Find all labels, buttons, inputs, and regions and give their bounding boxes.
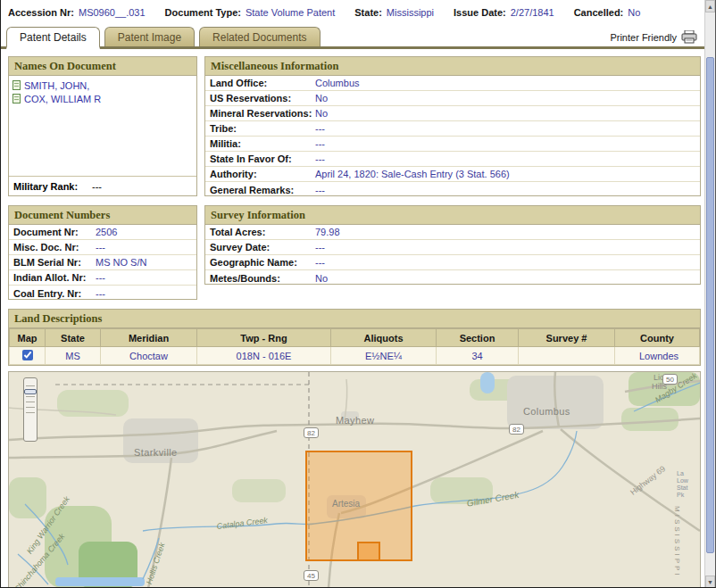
geographic-name-row: Geographic Name:--- — [205, 255, 700, 270]
survey-date-row: Survey Date:--- — [205, 240, 700, 255]
map-checkbox-cell — [10, 347, 46, 365]
field-value: 79.98 — [315, 227, 340, 237]
zoom-tick — [26, 412, 35, 413]
document-nr-row: Document Nr:2506 — [9, 225, 196, 240]
field-value: --- — [315, 138, 325, 149]
field-value: No — [315, 93, 328, 104]
field-value: No — [315, 273, 328, 284]
route-shield-82-west: 82 — [304, 427, 319, 438]
field-value: --- — [315, 242, 325, 253]
field-label: Metes/Bounds: — [210, 273, 315, 284]
tab-related-documents[interactable]: Related Documents — [199, 27, 320, 46]
tab-bar: Patent Details Patent Image Related Docu… — [1, 25, 715, 49]
land-office-row: Land Office:Columbus — [205, 76, 700, 91]
field-value: --- — [315, 123, 325, 134]
field-label: General Remarks: — [210, 185, 315, 195]
patent-details-content: Names On Document SMITH, JOHN, COX, WILL… — [1, 49, 706, 588]
park-line: Pk — [677, 492, 688, 499]
field-label: Total Acres: — [210, 227, 315, 237]
miscellaneous-information-panel: Miscellaneous Information Land Office:Co… — [204, 56, 701, 196]
state-in-favor-row: State In Favor Of:--- — [205, 152, 700, 167]
col-meridian: Meridian — [101, 329, 197, 347]
park-line: Low — [677, 477, 688, 484]
tribe-row: Tribe:--- — [205, 121, 700, 137]
doc-numbers-title: Document Numbers — [9, 206, 196, 225]
field-label: US Reservations: — [210, 93, 315, 104]
issue-date-label: Issue Date: — [454, 7, 506, 18]
printer-friendly-button[interactable]: Printer Friendly — [610, 30, 697, 44]
route-shield-45: 45 — [304, 570, 319, 581]
table-header-row: Map State Meridian Twp - Rng Aliquots Se… — [10, 329, 700, 347]
map-zoom-slider[interactable] — [23, 377, 37, 442]
field-label: Militia: — [210, 138, 315, 149]
field-label: Land Office: — [210, 78, 315, 88]
scroll-down-button[interactable]: ▼ — [705, 576, 715, 588]
accession-label: Accession Nr: — [8, 7, 74, 18]
tab-patent-details[interactable]: Patent Details — [6, 27, 100, 49]
section-cell: 34 — [437, 347, 519, 365]
patentee-name-link[interactable]: COX, WILLIAM R — [24, 94, 101, 104]
vertical-scrollbar[interactable]: ▲ ▼ — [704, 0, 715, 588]
issue-date-value: 2/27/1841 — [511, 7, 554, 18]
field-label: Tribe: — [210, 123, 315, 134]
field-label: Document Nr: — [13, 227, 96, 237]
patent-aliquot-highlight — [357, 542, 380, 561]
field-value: April 24, 1820: Sale-Cash Entry (3 Stat.… — [315, 169, 510, 179]
scrollbar-thumb[interactable] — [706, 57, 714, 553]
meridian-cell: Choctaw — [101, 347, 197, 365]
blm-serial-nr-row: BLM Serial Nr:MS NO S/N — [9, 255, 196, 270]
col-county: County — [615, 329, 700, 347]
field-label: Mineral Reservations: — [210, 108, 315, 119]
field-value: --- — [315, 257, 325, 268]
misc-doc-nr-row: Misc. Doc. Nr:--- — [9, 240, 196, 255]
mineral-reservations-row: Mineral Reservations:No — [205, 106, 700, 121]
col-section: Section — [437, 329, 519, 347]
authority-row: Authority:April 24, 1820: Sale-Cash Entr… — [205, 167, 700, 182]
state-cell: MS — [46, 347, 101, 365]
field-label: Authority: — [210, 169, 315, 179]
list-item: SMITH, JOHN, — [12, 79, 193, 92]
field-label: Indian Allot. Nr: — [13, 272, 96, 283]
col-twp-rng: Twp - Rng — [197, 329, 331, 347]
document-numbers-panel: Document Numbers Document Nr:2506 Misc. … — [8, 205, 197, 300]
field-label: Geographic Name: — [210, 257, 315, 268]
field-value: --- — [315, 185, 325, 195]
zoom-tick — [26, 385, 35, 386]
document-header-bar: Accession Nr:MS0960__.031 Document Type:… — [1, 0, 715, 25]
col-state: State — [46, 329, 101, 347]
boundary-lines — [55, 372, 309, 588]
cancelled-label: Cancelled: — [574, 7, 624, 18]
zoom-tick — [26, 407, 35, 408]
county-cell: Lowndes — [615, 347, 700, 365]
land-descriptions-title: Land Descriptions — [9, 310, 700, 328]
field-value: 2506 — [96, 227, 117, 237]
field-label: State In Favor Of: — [210, 153, 315, 164]
scroll-up-button[interactable]: ▲ — [705, 0, 715, 12]
survey-panel-title: Survey Information — [205, 206, 700, 225]
map-canvas[interactable]: Starkville Mayhew Columbus Artesia Lion … — [8, 371, 701, 588]
misc-panel-title: Miscellaneous Information — [205, 57, 700, 76]
names-on-document-panel: Names On Document SMITH, JOHN, COX, WILL… — [8, 56, 197, 196]
route-shield-50: 50 — [662, 374, 678, 385]
survey-information-panel: Survey Information Total Acres:79.98 Sur… — [204, 205, 701, 285]
col-aliquots: Aliquots — [331, 329, 437, 347]
map-label-state-park: La Low Stat Pk — [677, 470, 688, 499]
us-reservations-row: US Reservations:No — [205, 91, 700, 106]
tab-patent-image[interactable]: Patent Image — [104, 27, 195, 46]
col-map: Map — [10, 329, 46, 347]
map-label-mississippi: MISSISSIPPI — [673, 506, 681, 588]
map-checkbox[interactable] — [22, 350, 33, 360]
patentee-name-link[interactable]: SMITH, JOHN, — [24, 80, 89, 91]
aliquots-cell: E½NE¼ — [331, 347, 437, 365]
field-label: Survey Date: — [210, 242, 315, 253]
military-rank-row: Military Rank: --- — [9, 176, 196, 195]
field-value: --- — [315, 153, 325, 164]
minor-road-lines — [9, 379, 347, 420]
metes-bounds-row: Metes/Bounds:No — [205, 270, 700, 286]
field-label: BLM Serial Nr: — [13, 257, 96, 268]
zoom-slider-handle[interactable] — [24, 389, 37, 394]
table-row: MS Choctaw 018N - 016E E½NE¼ 34 Lowndes — [10, 347, 700, 365]
military-rank-label: Military Rank: — [13, 181, 92, 192]
cancelled-value: No — [628, 7, 640, 18]
field-label: Misc. Doc. Nr: — [13, 242, 96, 253]
